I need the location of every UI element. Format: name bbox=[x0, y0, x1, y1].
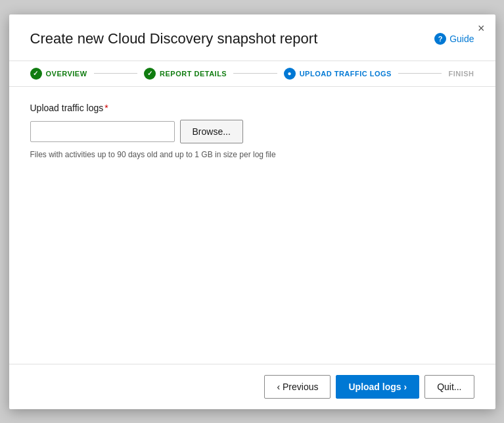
step-report-details-label: REPORT DETAILS bbox=[160, 70, 227, 78]
quit-button[interactable]: Quit... bbox=[424, 375, 474, 399]
guide-label: Guide bbox=[449, 34, 474, 44]
step-overview: ✓ OVERVIEW bbox=[30, 68, 87, 80]
dialog-footer: ‹ Previous Upload logs › Quit... bbox=[9, 364, 495, 409]
step-finish-label: FINISH bbox=[448, 70, 474, 78]
dialog-content: Upload traffic logs* Browse... Files wit… bbox=[9, 87, 495, 364]
step-report-details: ✓ REPORT DETAILS bbox=[144, 68, 227, 80]
step-divider-3 bbox=[398, 73, 442, 74]
step-overview-label: OVERVIEW bbox=[46, 70, 87, 78]
field-label: Upload traffic logs* bbox=[30, 103, 474, 113]
file-hint: Files with activities up to 90 days old … bbox=[30, 150, 474, 159]
step-divider-2 bbox=[233, 73, 277, 74]
dialog-title: Create new Cloud Discovery snapshot repo… bbox=[30, 30, 318, 47]
upload-logs-button[interactable]: Upload logs › bbox=[336, 375, 419, 399]
guide-link[interactable]: ? Guide bbox=[434, 33, 474, 45]
title-row: Create new Cloud Discovery snapshot repo… bbox=[30, 30, 474, 47]
browse-button[interactable]: Browse... bbox=[180, 120, 243, 143]
file-text-input[interactable] bbox=[30, 121, 175, 142]
stepper: ✓ OVERVIEW ✓ REPORT DETAILS ● UPLOAD TRA… bbox=[9, 61, 495, 87]
step-upload-label: UPLOAD TRAFFIC LOGS bbox=[300, 70, 392, 78]
file-input-row: Browse... bbox=[30, 120, 474, 143]
step-finish: FINISH bbox=[448, 70, 474, 78]
dialog: × Create new Cloud Discovery snapshot re… bbox=[9, 14, 495, 409]
step-upload-traffic-logs: ● UPLOAD TRAFFIC LOGS bbox=[284, 68, 392, 80]
close-button[interactable]: × bbox=[478, 22, 485, 34]
step-report-details-icon: ✓ bbox=[144, 68, 156, 80]
required-indicator: * bbox=[104, 103, 108, 113]
step-overview-icon: ✓ bbox=[30, 68, 42, 80]
step-divider-1 bbox=[94, 73, 137, 74]
guide-icon: ? bbox=[434, 33, 446, 45]
dialog-header: Create new Cloud Discovery snapshot repo… bbox=[9, 14, 495, 61]
step-upload-icon: ● bbox=[284, 68, 296, 80]
previous-button[interactable]: ‹ Previous bbox=[264, 375, 331, 399]
